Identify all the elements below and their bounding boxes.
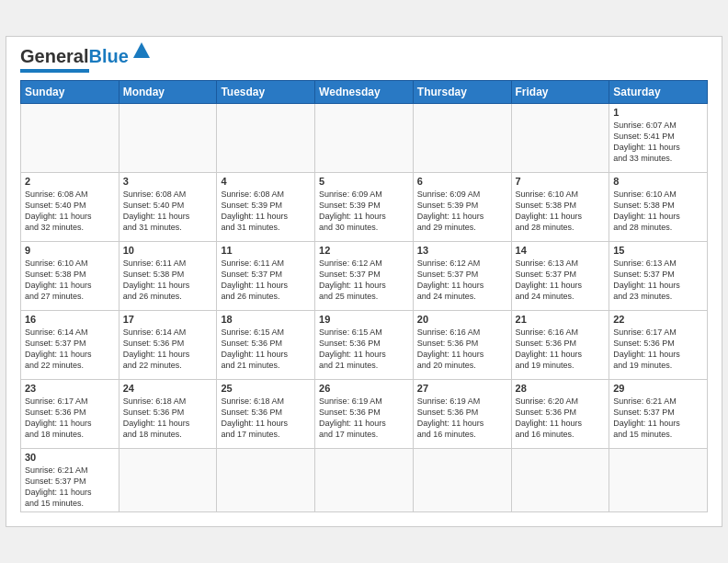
day-number: 10 xyxy=(123,245,213,256)
day-number: 24 xyxy=(123,383,213,394)
week-row-5: 23Sunrise: 6:17 AM Sunset: 5:36 PM Dayli… xyxy=(21,379,708,448)
day-info: Sunrise: 6:15 AM Sunset: 5:36 PM Dayligh… xyxy=(221,327,311,372)
day-info: Sunrise: 6:11 AM Sunset: 5:38 PM Dayligh… xyxy=(123,258,213,303)
weekday-header-thursday: Thursday xyxy=(413,80,511,103)
logo-icon xyxy=(132,41,151,60)
weekday-header-row: SundayMondayTuesdayWednesdayThursdayFrid… xyxy=(21,80,708,103)
day-number: 5 xyxy=(319,176,409,187)
day-number: 13 xyxy=(417,245,507,256)
day-cell: 2Sunrise: 6:08 AM Sunset: 5:40 PM Daylig… xyxy=(21,172,119,241)
day-number: 26 xyxy=(319,383,409,394)
day-number: 16 xyxy=(25,314,115,325)
week-row-3: 9Sunrise: 6:10 AM Sunset: 5:38 PM Daylig… xyxy=(21,241,708,310)
day-cell: 8Sunrise: 6:10 AM Sunset: 5:38 PM Daylig… xyxy=(609,172,708,241)
day-number: 19 xyxy=(319,314,409,325)
day-number: 2 xyxy=(25,176,115,187)
weekday-header-sunday: Sunday xyxy=(21,80,119,103)
day-number: 17 xyxy=(123,314,213,325)
day-number: 27 xyxy=(417,383,507,394)
day-number: 15 xyxy=(613,245,703,256)
week-row-1: 1Sunrise: 6:07 AM Sunset: 5:41 PM Daylig… xyxy=(21,103,708,172)
day-cell: 23Sunrise: 6:17 AM Sunset: 5:36 PM Dayli… xyxy=(21,379,119,448)
weekday-header-saturday: Saturday xyxy=(609,80,708,103)
logo: GeneralBlue xyxy=(20,46,151,73)
svg-marker-0 xyxy=(133,42,150,58)
day-number: 12 xyxy=(319,245,409,256)
day-info: Sunrise: 6:09 AM Sunset: 5:39 PM Dayligh… xyxy=(319,189,409,234)
day-cell: 5Sunrise: 6:09 AM Sunset: 5:39 PM Daylig… xyxy=(315,172,414,241)
day-info: Sunrise: 6:14 AM Sunset: 5:36 PM Dayligh… xyxy=(123,327,213,372)
day-number: 9 xyxy=(25,245,115,256)
day-cell xyxy=(21,103,119,172)
day-number: 30 xyxy=(25,452,115,463)
day-cell: 16Sunrise: 6:14 AM Sunset: 5:37 PM Dayli… xyxy=(21,310,119,379)
day-cell: 24Sunrise: 6:18 AM Sunset: 5:36 PM Dayli… xyxy=(119,379,217,448)
week-row-6: 30Sunrise: 6:21 AM Sunset: 5:37 PM Dayli… xyxy=(21,448,708,512)
day-number: 4 xyxy=(221,176,311,187)
header: GeneralBlue xyxy=(20,46,708,73)
day-info: Sunrise: 6:18 AM Sunset: 5:36 PM Dayligh… xyxy=(123,396,213,441)
day-info: Sunrise: 6:12 AM Sunset: 5:37 PM Dayligh… xyxy=(319,258,409,303)
day-cell: 25Sunrise: 6:18 AM Sunset: 5:36 PM Dayli… xyxy=(217,379,315,448)
day-number: 7 xyxy=(516,176,606,187)
day-number: 25 xyxy=(221,383,311,394)
day-info: Sunrise: 6:18 AM Sunset: 5:36 PM Dayligh… xyxy=(221,396,311,441)
day-cell: 20Sunrise: 6:16 AM Sunset: 5:36 PM Dayli… xyxy=(413,310,511,379)
day-cell: 17Sunrise: 6:14 AM Sunset: 5:36 PM Dayli… xyxy=(119,310,217,379)
day-cell xyxy=(609,448,708,512)
day-info: Sunrise: 6:10 AM Sunset: 5:38 PM Dayligh… xyxy=(516,189,606,234)
week-row-2: 2Sunrise: 6:08 AM Sunset: 5:40 PM Daylig… xyxy=(21,172,708,241)
calendar-container: GeneralBlue SundayMondayTuesdayWednesday… xyxy=(6,36,722,528)
day-number: 6 xyxy=(417,176,507,187)
day-number: 23 xyxy=(25,383,115,394)
day-cell: 29Sunrise: 6:21 AM Sunset: 5:37 PM Dayli… xyxy=(609,379,708,448)
day-number: 14 xyxy=(516,245,606,256)
day-cell: 10Sunrise: 6:11 AM Sunset: 5:38 PM Dayli… xyxy=(119,241,217,310)
day-cell: 7Sunrise: 6:10 AM Sunset: 5:38 PM Daylig… xyxy=(511,172,609,241)
day-cell xyxy=(511,448,609,512)
day-cell: 26Sunrise: 6:19 AM Sunset: 5:36 PM Dayli… xyxy=(315,379,414,448)
day-info: Sunrise: 6:17 AM Sunset: 5:36 PM Dayligh… xyxy=(613,327,703,372)
day-cell xyxy=(119,103,217,172)
day-info: Sunrise: 6:10 AM Sunset: 5:38 PM Dayligh… xyxy=(613,189,703,234)
day-info: Sunrise: 6:12 AM Sunset: 5:37 PM Dayligh… xyxy=(417,258,507,303)
day-cell xyxy=(217,448,315,512)
day-cell: 11Sunrise: 6:11 AM Sunset: 5:37 PM Dayli… xyxy=(217,241,315,310)
day-cell: 15Sunrise: 6:13 AM Sunset: 5:37 PM Dayli… xyxy=(609,241,708,310)
weekday-header-wednesday: Wednesday xyxy=(315,80,414,103)
day-number: 21 xyxy=(516,314,606,325)
day-number: 18 xyxy=(221,314,311,325)
day-info: Sunrise: 6:14 AM Sunset: 5:37 PM Dayligh… xyxy=(25,327,115,372)
day-info: Sunrise: 6:15 AM Sunset: 5:36 PM Dayligh… xyxy=(319,327,409,372)
day-cell: 12Sunrise: 6:12 AM Sunset: 5:37 PM Dayli… xyxy=(315,241,414,310)
day-info: Sunrise: 6:10 AM Sunset: 5:38 PM Dayligh… xyxy=(25,258,115,303)
day-info: Sunrise: 6:07 AM Sunset: 5:41 PM Dayligh… xyxy=(613,120,703,165)
day-cell: 28Sunrise: 6:20 AM Sunset: 5:36 PM Dayli… xyxy=(511,379,609,448)
day-info: Sunrise: 6:08 AM Sunset: 5:39 PM Dayligh… xyxy=(221,189,311,234)
calendar-table: SundayMondayTuesdayWednesdayThursdayFrid… xyxy=(20,80,708,513)
day-number: 11 xyxy=(221,245,311,256)
logo-blue: Blue xyxy=(88,46,128,66)
day-cell: 30Sunrise: 6:21 AM Sunset: 5:37 PM Dayli… xyxy=(21,448,119,512)
day-info: Sunrise: 6:11 AM Sunset: 5:37 PM Dayligh… xyxy=(221,258,311,303)
day-cell: 9Sunrise: 6:10 AM Sunset: 5:38 PM Daylig… xyxy=(21,241,119,310)
weekday-header-friday: Friday xyxy=(511,80,609,103)
day-info: Sunrise: 6:19 AM Sunset: 5:36 PM Dayligh… xyxy=(319,396,409,441)
day-number: 1 xyxy=(613,107,703,118)
day-cell xyxy=(119,448,217,512)
logo-underline xyxy=(20,69,89,73)
logo-general: General xyxy=(20,46,88,66)
day-info: Sunrise: 6:20 AM Sunset: 5:36 PM Dayligh… xyxy=(516,396,606,441)
day-cell: 4Sunrise: 6:08 AM Sunset: 5:39 PM Daylig… xyxy=(217,172,315,241)
day-info: Sunrise: 6:13 AM Sunset: 5:37 PM Dayligh… xyxy=(613,258,703,303)
day-cell: 6Sunrise: 6:09 AM Sunset: 5:39 PM Daylig… xyxy=(413,172,511,241)
week-row-4: 16Sunrise: 6:14 AM Sunset: 5:37 PM Dayli… xyxy=(21,310,708,379)
day-number: 29 xyxy=(613,383,703,394)
day-cell xyxy=(217,103,315,172)
day-cell xyxy=(315,103,414,172)
day-info: Sunrise: 6:08 AM Sunset: 5:40 PM Dayligh… xyxy=(25,189,115,234)
day-number: 8 xyxy=(613,176,703,187)
day-cell: 21Sunrise: 6:16 AM Sunset: 5:36 PM Dayli… xyxy=(511,310,609,379)
day-cell xyxy=(413,103,511,172)
day-cell: 18Sunrise: 6:15 AM Sunset: 5:36 PM Dayli… xyxy=(217,310,315,379)
